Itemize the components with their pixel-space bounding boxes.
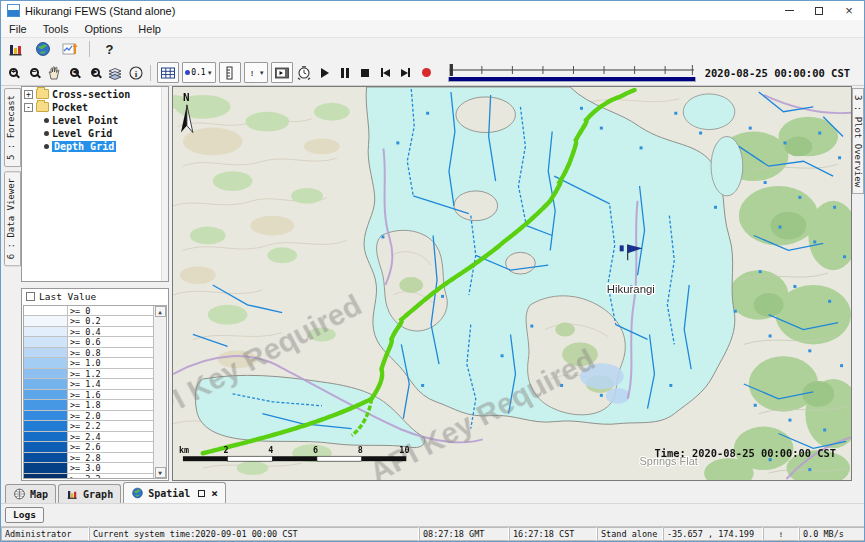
- legend-scrollbar[interactable]: ▲ ▼: [153, 306, 166, 478]
- menu-options[interactable]: Options: [76, 21, 130, 37]
- status-warning[interactable]: !: [763, 527, 799, 541]
- minimize-button[interactable]: [774, 1, 804, 20]
- zoom-out-button[interactable]: −: [25, 63, 42, 83]
- tree-item-label-selected[interactable]: Depth Grid: [52, 141, 116, 152]
- chevron-down-icon: ▼: [207, 70, 213, 76]
- maximize-button[interactable]: [804, 1, 834, 20]
- scroll-down-icon[interactable]: ▼: [155, 467, 166, 478]
- class-interval-dropdown[interactable]: 0.1 ▼: [182, 62, 215, 83]
- tree-item-label[interactable]: Level Grid: [52, 128, 112, 139]
- legend-row: >= 2.2: [24, 421, 166, 432]
- tab-maximize-icon[interactable]: [198, 490, 205, 497]
- pause-button[interactable]: [336, 63, 353, 83]
- globe-icon: [35, 41, 51, 57]
- scale-tick: 8: [358, 445, 363, 455]
- map-canvas[interactable]: API Key Required API Key Required N km 2…: [173, 87, 851, 480]
- close-button[interactable]: ×: [834, 1, 864, 20]
- legend-value: >= 2.6: [68, 442, 166, 452]
- tree-item-label[interactable]: Level Point: [52, 115, 118, 126]
- time-slider-track[interactable]: [448, 64, 696, 76]
- pause-icon: [341, 68, 349, 78]
- legend-swatch: [24, 400, 68, 410]
- grid-display-button[interactable]: [157, 62, 179, 83]
- record-button[interactable]: [418, 63, 435, 83]
- tree-item-level-grid[interactable]: Level Grid: [44, 127, 168, 139]
- animation-timer-button[interactable]: [296, 63, 313, 83]
- help-button[interactable]: ?: [99, 39, 120, 59]
- interval-value: 0.1: [191, 68, 205, 77]
- tab-forecast[interactable]: 5 : Forecast: [4, 88, 21, 167]
- bar-chart-icon: [66, 488, 79, 500]
- minimize-icon: [785, 10, 794, 11]
- info-button[interactable]: i: [127, 63, 144, 83]
- legend-value: >= 0: [68, 306, 166, 316]
- last-value-checkbox[interactable]: [26, 292, 35, 301]
- legend-value: >= 0.8: [68, 348, 166, 358]
- map-view[interactable]: API Key Required API Key Required N km 2…: [172, 86, 852, 481]
- pan-button[interactable]: [46, 63, 63, 83]
- database-chart-button[interactable]: [5, 39, 26, 59]
- warnings-dropdown[interactable]: ! ▼: [244, 62, 268, 83]
- legend-swatch: [24, 421, 68, 431]
- legend-swatch: [24, 327, 68, 337]
- tab-label: Graph: [83, 489, 113, 500]
- time-slider[interactable]: [448, 64, 696, 82]
- legend-row: >= 0.2: [24, 316, 166, 327]
- status-user: Administrator: [1, 527, 89, 541]
- layers-button[interactable]: [107, 63, 124, 83]
- legend-row: >= 2.6: [24, 442, 166, 453]
- status-network-speed: 0.0 MB/s: [799, 527, 865, 541]
- tree-item-depth-grid[interactable]: Depth Grid: [44, 140, 168, 152]
- legend-row: >= 1.2: [24, 369, 166, 380]
- legend-value: >= 3.2: [68, 474, 166, 479]
- town-label: Hikurangi: [607, 283, 655, 295]
- logs-button[interactable]: Logs: [5, 507, 44, 523]
- zoom-next-button[interactable]: ▸: [86, 63, 103, 83]
- legend-value: >= 2.8: [68, 453, 166, 463]
- legend-row: >= 0: [24, 306, 166, 317]
- tree-item-label[interactable]: Cross-section: [52, 89, 130, 100]
- animation-panel-button[interactable]: [271, 62, 293, 83]
- record-icon: [422, 68, 431, 77]
- tab-data-viewer[interactable]: 6 : Data Viewer: [4, 171, 21, 266]
- scale-bar-button[interactable]: [219, 62, 241, 83]
- tab-spatial[interactable]: Spatial ×: [123, 482, 226, 503]
- warning-icon: !: [776, 529, 787, 539]
- menu-file[interactable]: File: [1, 21, 35, 37]
- stop-button[interactable]: [357, 63, 374, 83]
- scroll-up-icon[interactable]: ▲: [155, 306, 166, 317]
- tree-item-label[interactable]: Pocket: [52, 102, 88, 113]
- menu-help[interactable]: Help: [130, 21, 169, 37]
- time-slider-handle[interactable]: [450, 64, 453, 76]
- legend-swatch: [24, 442, 68, 452]
- tab-plot-overview[interactable]: 3 : Plot Overview: [852, 88, 864, 194]
- tree-item-level-point[interactable]: Level Point: [44, 114, 168, 126]
- legend-value: >= 2.4: [68, 432, 166, 442]
- zoom-in-button[interactable]: +: [5, 63, 22, 83]
- legend-row: >= 2.8: [24, 453, 166, 464]
- map-display-button[interactable]: [32, 39, 53, 59]
- skip-start-button[interactable]: [377, 63, 394, 83]
- tab-graph[interactable]: Graph: [58, 484, 121, 503]
- legend-value: >= 1.2: [68, 369, 166, 379]
- timeseries-button[interactable]: [59, 39, 80, 59]
- legend-value: >= 1.6: [68, 390, 166, 400]
- tab-close-icon[interactable]: ×: [211, 487, 218, 500]
- legend-title: Last Value: [39, 291, 96, 302]
- tree-scrollbar[interactable]: [161, 87, 168, 281]
- tree-item-pocket[interactable]: - Pocket: [24, 101, 168, 113]
- globe-icon: [13, 488, 26, 500]
- expander-icon[interactable]: +: [24, 90, 33, 99]
- zoom-previous-button[interactable]: ◂: [66, 63, 83, 83]
- menu-tools[interactable]: Tools: [35, 21, 77, 37]
- play-button[interactable]: [316, 63, 333, 83]
- tree-item-cross-section[interactable]: + Cross-section: [24, 88, 168, 100]
- skip-end-button[interactable]: [397, 63, 414, 83]
- legend-row: >= 1.0: [24, 358, 166, 369]
- right-tab-strip: 3 : Plot Overview: [852, 86, 864, 481]
- timer-icon: [296, 65, 312, 81]
- left-panel: + Cross-section - Pocket Level Point Lev…: [21, 86, 169, 481]
- expander-icon[interactable]: -: [24, 103, 33, 112]
- tab-map[interactable]: Map: [5, 484, 56, 503]
- info-icon: i: [128, 65, 144, 81]
